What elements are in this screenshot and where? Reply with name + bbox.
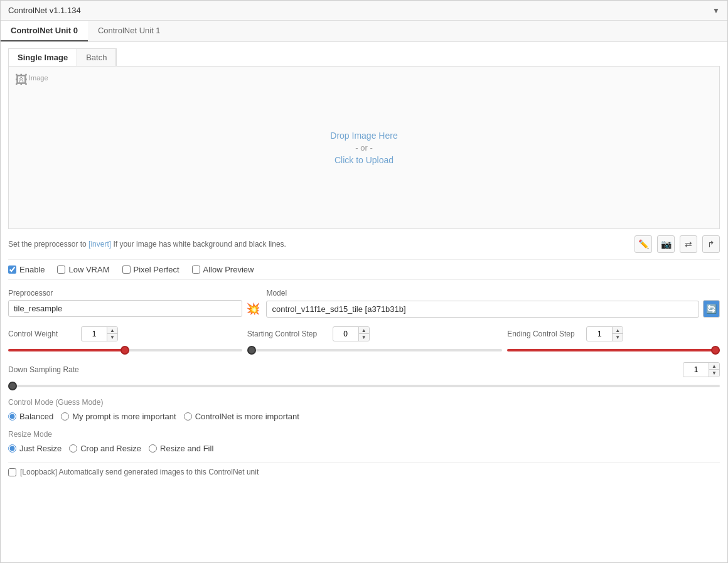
radio-prompt[interactable]: My prompt is more important [61,412,176,421]
down-sampling-input[interactable] [683,363,709,376]
radio-resize-fill-label: Resize and Fill [160,444,213,453]
click-to-upload-text[interactable]: Click to Upload [335,155,393,165]
starting-step-input[interactable] [333,328,358,340]
down-sampling-label-row: Down Sampling Rate ▲ ▼ [8,362,720,377]
model-refresh-button[interactable]: 🔄 [703,300,720,318]
app-container: ControlNet v1.1.134 ▼ ControlNet Unit 0 … [0,0,728,563]
pixel-perfect-checkbox[interactable]: Pixel Perfect [122,265,179,274]
control-weight-down[interactable]: ▼ [107,334,117,341]
tab-unit-0[interactable]: ControlNet Unit 0 [1,21,88,41]
starting-step-down[interactable]: ▼ [359,334,369,341]
down-sampling-label: Down Sampling Rate [8,365,79,374]
drop-text: Drop Image Here [330,131,397,141]
enable-label: Enable [19,265,45,274]
allow-preview-checkbox[interactable]: Allow Preview [192,265,254,274]
sliders-tracks-row [8,344,720,353]
ending-step-spinners: ▲ ▼ [612,327,623,341]
model-group: Model control_v11f1e_sd15_tile [a371b31b… [266,289,720,318]
control-weight-input[interactable] [82,328,107,340]
ending-step-down[interactable]: ▼ [613,334,623,341]
ending-step-label: Ending Control Step [507,330,582,338]
model-select-wrapper: control_v11f1e_sd15_tile [a371b31b] 🔄 [266,300,720,318]
radio-balanced-input[interactable] [8,412,16,421]
image-mode-tabs: Single Image Batch [8,48,117,66]
down-sampling-section: Down Sampling Rate ▲ ▼ [8,362,720,389]
icon-buttons: ✏️ 📷 ⇄ ↱ [634,235,720,253]
upload-area[interactable]: 🖼 Image Drop Image Here - or - Click to … [8,66,720,229]
ending-step-slider[interactable] [507,349,720,351]
info-text: Set the preprocessor to [invert] If your… [8,240,286,249]
radio-just-resize-input[interactable] [8,444,16,453]
checkboxes-row: Enable Low VRAM Pixel Perfect Allow Prev… [8,259,720,280]
down-sampling-spinners: ▲ ▼ [709,363,719,377]
radio-crop-resize-input[interactable] [69,444,77,453]
swap-icon-btn[interactable]: ⇄ [680,235,697,253]
model-select[interactable]: control_v11f1e_sd15_tile [a371b31b] [266,301,699,318]
starting-step-up[interactable]: ▲ [359,327,369,334]
radio-balanced[interactable]: Balanced [8,412,53,421]
low-vram-label: Low VRAM [68,265,109,274]
low-vram-checkbox[interactable]: Low VRAM [57,265,109,274]
radio-prompt-input[interactable] [61,412,69,421]
loopback-text: [Loopback] Automatically send generated … [20,468,259,476]
down-sampling-slider[interactable] [8,385,720,387]
tab-single-image[interactable]: Single Image [9,49,77,66]
title-dropdown-arrow[interactable]: ▼ [712,6,720,15]
control-weight-up[interactable]: ▲ [107,327,117,334]
upload-inner: Drop Image Here - or - Click to Upload [330,131,397,165]
camera-icon-btn[interactable]: 📷 [657,235,675,253]
title-bar: ControlNet v1.1.134 ▼ [1,1,727,21]
app-title: ControlNet v1.1.134 [8,6,81,15]
down-sampling-down[interactable]: ▼ [709,370,719,377]
preprocessor-select-wrapper: tile_resample 💥 [8,300,260,317]
ending-step-up[interactable]: ▲ [613,327,623,334]
pixel-perfect-label: Pixel Perfect [134,265,179,274]
enable-checkbox[interactable]: Enable [8,265,45,274]
low-vram-checkbox-input[interactable] [57,265,65,274]
radio-just-resize[interactable]: Just Resize [8,444,62,453]
pixel-perfect-checkbox-input[interactable] [122,265,131,274]
loopback-checkbox[interactable] [8,468,16,476]
ending-step-input-wrapper: ▲ ▼ [586,326,623,341]
radio-crop-resize-label: Crop and Resize [80,444,141,453]
allow-preview-checkbox-input[interactable] [192,265,200,274]
unit-tabs-row: ControlNet Unit 0 ControlNet Unit 1 [1,21,727,42]
sliders-labels-row: Control Weight ▲ ▼ Starting Control Step… [8,326,720,341]
tab-unit-1[interactable]: ControlNet Unit 1 [88,21,171,41]
radio-controlnet[interactable]: ControlNet is more important [184,412,299,421]
ending-step-input[interactable] [587,328,612,340]
explode-button[interactable]: 💥 [246,302,260,316]
tab-batch[interactable]: Batch [77,49,116,66]
starting-step-spinners: ▲ ▼ [358,327,369,341]
radio-balanced-label: Balanced [19,412,53,421]
edit-icon-btn[interactable]: ✏️ [634,235,652,253]
starting-step-input-wrapper: ▲ ▼ [333,326,370,341]
control-weight-spinners: ▲ ▼ [107,327,117,341]
info-row: Set the preprocessor to [invert] If your… [8,235,720,253]
invert-link[interactable]: [invert] [88,240,111,249]
radio-resize-fill-input[interactable] [149,444,157,453]
image-icon: 🖼 [15,73,28,87]
radio-resize-fill[interactable]: Resize and Fill [149,444,213,453]
control-mode-section: Control Mode (Guess Mode) Balanced My pr… [8,398,720,421]
preprocessor-label: Preprocessor [8,289,260,298]
control-weight-input-wrapper: ▲ ▼ [81,326,118,341]
radio-just-resize-label: Just Resize [19,444,62,453]
radio-controlnet-input[interactable] [184,412,192,421]
down-sampling-up[interactable]: ▲ [709,363,719,370]
control-mode-label: Control Mode (Guess Mode) [8,398,720,407]
control-weight-slider[interactable] [8,349,242,351]
loopback-row: [Loopback] Automatically send generated … [8,462,720,481]
image-label: Image [29,74,48,82]
enable-checkbox-input[interactable] [8,265,16,274]
control-mode-radio-group: Balanced My prompt is more important Con… [8,412,720,421]
preprocessor-select[interactable]: tile_resample [8,300,242,317]
resize-mode-section: Resize Mode Just Resize Crop and Resize … [8,430,720,453]
model-label: Model [266,289,720,298]
expand-icon-btn[interactable]: ↱ [702,235,720,253]
radio-controlnet-label: ControlNet is more important [195,412,299,421]
preprocessor-group: Preprocessor tile_resample 💥 [8,289,260,317]
radio-crop-resize[interactable]: Crop and Resize [69,444,141,453]
starting-step-slider[interactable] [247,349,503,351]
resize-mode-label: Resize Mode [8,430,720,439]
